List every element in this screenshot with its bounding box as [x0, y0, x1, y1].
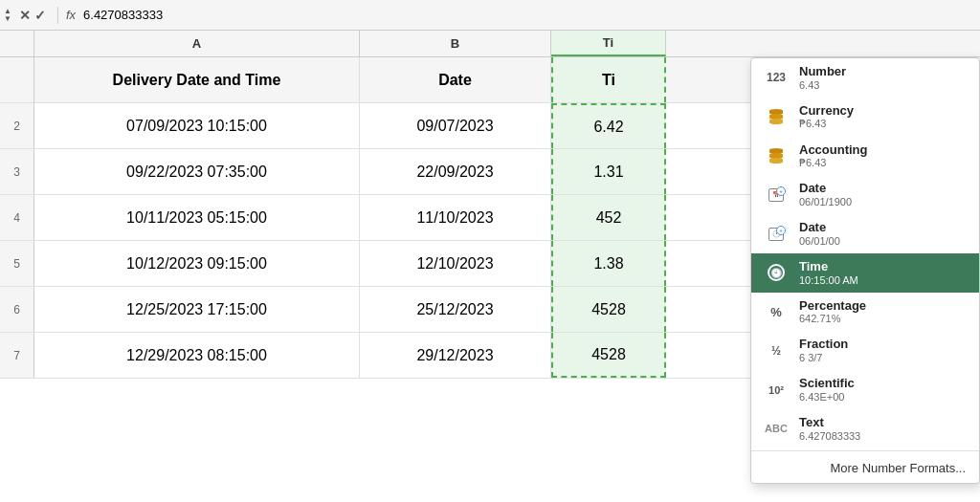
- row-number: 6: [0, 287, 34, 332]
- format-item-text[interactable]: ABC Text 6.427083333: [751, 409, 979, 448]
- cell-a[interactable]: 12/25/2023 17:15:00: [34, 287, 360, 332]
- format-name-date1: Date: [799, 181, 852, 196]
- cell-b[interactable]: Date: [360, 57, 551, 102]
- format-example-accounting: ₱6.43: [799, 157, 868, 169]
- format-divider: [751, 450, 979, 451]
- more-formats-button[interactable]: More Number Formats...: [751, 453, 979, 483]
- format-name-scientific: Scientific: [799, 376, 855, 391]
- cell-a[interactable]: Delivery Date and Time: [34, 57, 360, 102]
- cell-c[interactable]: Ti: [551, 57, 666, 102]
- cell-b[interactable]: 09/07/2023: [360, 103, 551, 148]
- cancel-button[interactable]: ✕: [19, 8, 31, 23]
- col-header-c[interactable]: Ti: [551, 31, 666, 56]
- formula-input[interactable]: [83, 8, 976, 22]
- format-icon-percentage: %: [763, 305, 790, 319]
- format-item-scientific[interactable]: 10² Scientific 6.43E+00: [751, 370, 979, 409]
- format-name-currency: Currency: [799, 103, 854, 119]
- format-example-number: 6.43: [799, 79, 846, 92]
- cell-b[interactable]: 22/09/2023: [360, 149, 551, 194]
- format-example-date2: 06/01/00: [799, 235, 840, 248]
- format-name-accounting: Accounting: [799, 142, 868, 158]
- format-example-fraction: 6 3/7: [799, 352, 848, 364]
- row-number: 2: [0, 103, 34, 148]
- format-item-currency[interactable]: Currency ₱6.43: [751, 98, 979, 137]
- format-name-time: Time: [799, 259, 858, 274]
- cell-b[interactable]: 11/10/2023: [360, 195, 551, 240]
- col-header-b[interactable]: B: [360, 31, 551, 56]
- format-icon-text: ABC: [763, 423, 790, 434]
- format-example-percentage: 642.71%: [799, 313, 866, 325]
- format-icon-time: 🕙: [763, 264, 790, 281]
- format-icon-number: 123: [763, 71, 790, 84]
- format-item-number[interactable]: 123 Number 6.43: [751, 58, 979, 98]
- format-icon-scientific: 10²: [763, 384, 790, 396]
- cell-b[interactable]: 25/12/2023: [360, 287, 551, 332]
- format-example-text: 6.427083333: [799, 430, 860, 443]
- cell-c[interactable]: 1.38: [551, 241, 666, 286]
- format-item-percentage[interactable]: % Percentage 642.71%: [751, 293, 979, 332]
- formula-bar: ▲ ▼ ✕ ✓ fx: [0, 0, 980, 31]
- col-header-a[interactable]: A: [34, 31, 360, 56]
- format-name-number: Number: [799, 64, 846, 79]
- cell-b[interactable]: 29/12/2023: [360, 333, 551, 378]
- format-dropdown: 123 Number 6.43 Currency ₱6.43 Accountin…: [750, 57, 980, 484]
- cell-c[interactable]: 6.42: [551, 103, 666, 148]
- formula-bar-divider: [57, 7, 58, 24]
- cell-a[interactable]: 10/11/2023 05:15:00: [34, 195, 360, 240]
- row-number: 3: [0, 149, 34, 194]
- format-example-scientific: 6.43E+00: [799, 391, 855, 404]
- format-icon-accounting: [763, 148, 790, 164]
- format-item-date2[interactable]: 🕐 + Date 06/01/00: [751, 214, 979, 253]
- confirm-button[interactable]: ✓: [34, 8, 46, 23]
- fx-label: fx: [66, 8, 76, 22]
- format-icon-date2: 🕐 +: [763, 226, 790, 243]
- cell-a[interactable]: 07/09/2023 10:15:00: [34, 103, 360, 148]
- row-number: 4: [0, 195, 34, 240]
- format-item-accounting[interactable]: Accounting ₱6.43: [751, 137, 979, 176]
- format-name-percentage: Percentage: [799, 298, 866, 314]
- spreadsheet: A B Ti Delivery Date and TimeDateTi207/0…: [0, 31, 980, 502]
- cell-a[interactable]: 10/12/2023 09:15:00: [34, 241, 360, 286]
- row-col-nav[interactable]: ▲ ▼: [4, 8, 11, 23]
- format-name-text: Text: [799, 415, 860, 430]
- format-name-fraction: Fraction: [799, 337, 848, 352]
- format-icon-date1: 📅 +: [763, 186, 790, 204]
- format-icon-fraction: ½: [763, 344, 790, 358]
- format-example-date1: 06/01/1900: [799, 196, 852, 208]
- cell-b[interactable]: 12/10/2023: [360, 241, 551, 286]
- format-item-fraction[interactable]: ½ Fraction 6 3/7: [751, 331, 979, 370]
- format-item-date1[interactable]: 📅 + Date 06/01/1900: [751, 175, 979, 214]
- cell-a[interactable]: 09/22/2023 07:35:00: [34, 149, 360, 194]
- format-name-date2: Date: [799, 220, 840, 235]
- cell-c[interactable]: 1.31: [551, 149, 666, 194]
- row-number: 7: [0, 333, 34, 378]
- row-number: 5: [0, 241, 34, 286]
- cell-c[interactable]: 4528: [551, 333, 666, 378]
- row-number: [0, 57, 34, 102]
- col-headers: A B Ti: [0, 31, 980, 57]
- format-example-time: 10:15:00 AM: [799, 274, 858, 287]
- cell-c[interactable]: 4528: [551, 287, 666, 332]
- formula-bar-buttons: ✕ ✓: [15, 8, 50, 23]
- format-icon-currency: [763, 109, 790, 124]
- format-example-currency: ₱6.43: [799, 118, 854, 130]
- row-num-header: [0, 31, 34, 56]
- cell-a[interactable]: 12/29/2023 08:15:00: [34, 333, 360, 378]
- cell-c[interactable]: 452: [551, 195, 666, 240]
- format-item-time[interactable]: 🕙 Time 10:15:00 AM: [751, 253, 979, 293]
